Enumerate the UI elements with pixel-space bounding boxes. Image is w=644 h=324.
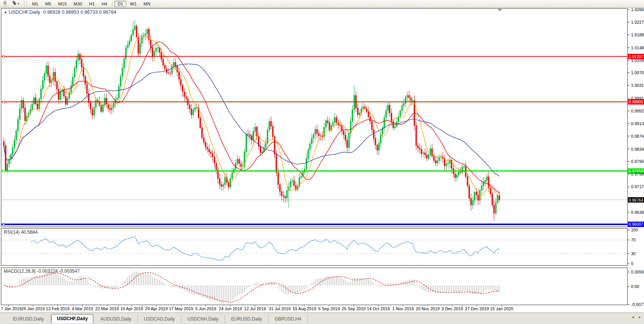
mt4-window: T ▾ M1M5M15M30H1H4D1W1MN 1.012070.998000… xyxy=(0,0,644,324)
y-axis-tick-label: 0.97170 xyxy=(631,184,644,189)
y-axis-tick-label: 0.96380 xyxy=(631,210,644,215)
hline-0.96007[interactable]: 0.96007 xyxy=(2,221,644,227)
candle-wicks-bull xyxy=(7,20,497,215)
diamond-cursor-icon xyxy=(11,1,17,7)
toolbar-separator xyxy=(112,1,112,7)
y-axis-tick-label: 0.98740 xyxy=(631,134,644,138)
y-axis-tick-label: 1.01090 xyxy=(631,58,644,63)
rsi-axis-tick-label: 30 xyxy=(631,251,636,256)
tab-scroll-left-icon[interactable]: ◄ xyxy=(631,315,634,319)
x-axis-date-label: 12 Jul 2019 xyxy=(244,306,266,311)
chart-canvas[interactable]: 1.012070.998000.976580.960070.967641.026… xyxy=(0,0,644,324)
svg-text:0.96007: 0.96007 xyxy=(629,222,643,226)
x-axis-date-label: 6 Sep 2019 xyxy=(318,306,340,311)
toolbar: T ▾ M1M5M15M30H1H4D1W1MN xyxy=(0,0,644,8)
svg-text:0.96764: 0.96764 xyxy=(629,198,643,202)
tab-usdcnh-daily[interactable]: USDCNH,Daily xyxy=(181,315,225,324)
tab-scroll-right-icon[interactable]: ► xyxy=(638,315,642,319)
timeframe-button-group: M1M5M15M30H1H4D1W1MN xyxy=(29,1,154,7)
timeframe-button-h4[interactable]: H4 xyxy=(98,1,110,7)
x-axis-date-label: 7 Jan 2019 xyxy=(1,306,21,311)
y-axis-tick-label: 0.97950 xyxy=(631,159,644,164)
timeframe-button-m15[interactable]: M15 xyxy=(55,1,70,7)
x-axis-date-label: 19 Aug 2019 xyxy=(293,306,316,311)
tab-scroll-buttons: ◄ ► xyxy=(631,315,642,319)
text-tool-icon: T xyxy=(3,1,7,7)
timeframe-button-m1[interactable]: M1 xyxy=(29,1,41,7)
y-axis-tick-label: 1.00310 xyxy=(631,83,644,88)
y-axis-tick-label: 0.97560 xyxy=(631,172,644,176)
rsi-label: RSI(14) 40.5684 xyxy=(4,230,37,235)
tab-gbpusd-h4[interactable]: GBPUSD,H4 xyxy=(269,315,308,324)
hline-1.01207[interactable]: 1.01207 xyxy=(2,54,644,59)
chart-symbol-label: USDCHF,Daily xyxy=(9,10,40,15)
x-axis-date-label: 9 Dec 2019 xyxy=(442,306,463,311)
timeframe-button-h1[interactable]: H1 xyxy=(86,1,98,7)
x-axis-date-label: 25 Sep 2019 xyxy=(342,306,365,311)
tab-usdchf-daily[interactable]: USDCHF,Daily xyxy=(51,314,94,324)
x-axis-date-label: 20 Nov 2019 xyxy=(416,306,440,311)
macd-axis-tick-label: 0.00 xyxy=(631,284,639,289)
y-axis-tick-label: 0.99520 xyxy=(631,109,644,113)
y-axis-tick-label: 1.00700 xyxy=(631,70,644,75)
autoscroll-marker-icon[interactable] xyxy=(497,9,502,11)
rsi-line xyxy=(30,237,499,260)
x-axis-date-label: 5 Jun 2019 xyxy=(195,306,216,311)
chart-title: ▼USDCHF,Daily0.96928 0.96953 0.96733 0.9… xyxy=(4,10,116,15)
x-axis-date-label: 1 Nov 2019 xyxy=(392,306,414,311)
y-axis-tick-label: 0.99130 xyxy=(631,121,644,126)
y-axis-tick-label: 1.02270 xyxy=(631,20,644,24)
x-axis-date-label: 27 Dec 2019 xyxy=(465,306,489,311)
macd-axis-tick-label: -0.007737 xyxy=(631,302,644,307)
x-axis-date-label: 22 Mar 2019 xyxy=(95,306,119,311)
hline-0.97658[interactable]: 0.97658 xyxy=(2,168,644,174)
timeframe-button-w1[interactable]: W1 xyxy=(127,1,140,7)
rsi-axis-tick-label: 70 xyxy=(631,238,636,242)
x-axis-date-label: 25 Jan 2019 xyxy=(21,306,45,311)
chevron-down-icon: ▾ xyxy=(18,2,19,5)
timeframe-button-m30[interactable]: M30 xyxy=(70,1,85,7)
y-axis-tick-label: 1.01880 xyxy=(631,33,644,37)
x-axis-date-label: 29 Apr 2019 xyxy=(145,306,168,311)
macd-histogram xyxy=(4,271,499,303)
x-axis-date-label: 24 Jun 2019 xyxy=(219,306,242,311)
x-axis-date-label: 10 Apr 2019 xyxy=(121,306,143,311)
y-axis-tick-label: 0.98340 xyxy=(631,147,644,151)
current-price-label: 0.96764 xyxy=(628,197,644,203)
x-axis-date-label: 15 Jan 2020 xyxy=(490,306,514,311)
main-panel-border xyxy=(1,8,628,227)
macd-label: MACD(12,26,9) -0.003224 -0.003547 xyxy=(4,269,80,274)
chart-tab-bar: EURUSD,DailyUSDCHF,DailyAUDUSD,DailyUSDC… xyxy=(0,313,644,324)
tab-eurusd-daily[interactable]: EURUSD,Daily xyxy=(225,315,269,324)
x-axis-date-label: 14 Oct 2019 xyxy=(367,306,390,311)
tab-usdcad-daily[interactable]: USDCAD,Daily xyxy=(138,315,181,324)
tab-audusd-daily[interactable]: AUDUSD,Daily xyxy=(94,315,138,324)
x-axis-date-label: 13 Feb 2019 xyxy=(46,306,70,311)
y-axis-tick-label: 0.99910 xyxy=(631,96,644,101)
macd-panel-border xyxy=(1,268,628,305)
x-axis-date-label: 4 Mar 2019 xyxy=(72,306,93,311)
hline-0.99800[interactable]: 0.99800 xyxy=(2,99,644,104)
timeframe-button-d1[interactable]: D1 xyxy=(114,1,126,7)
timeframe-button-mn[interactable]: MN xyxy=(140,1,153,7)
rsi-axis-tick-label: 100 xyxy=(631,228,638,232)
rsi-axis-tick-label: 0 xyxy=(631,261,633,266)
chart-tabs: EURUSD,DailyUSDCHF,DailyAUDUSD,DailyUSDC… xyxy=(0,313,308,324)
y-axis-tick-label: 1.02660 xyxy=(631,7,644,12)
toolbar-grip[interactable] xyxy=(24,1,27,7)
timeframe-button-m5[interactable]: M5 xyxy=(42,1,54,7)
chart-ohlc-values: 0.96928 0.96953 0.96733 0.96764 xyxy=(43,10,116,15)
x-axis-date-label: 31 Jul 2019 xyxy=(269,306,291,311)
cursor-style-button[interactable]: ▾ xyxy=(9,1,21,7)
tab-eurusd-daily[interactable]: EURUSD,Daily xyxy=(7,315,51,324)
rsi-panel-border xyxy=(1,228,628,265)
x-axis-date-label: 17 May 2019 xyxy=(169,306,193,311)
macd-axis-tick-label: 0.005986 xyxy=(631,270,644,274)
collapse-triangle-icon[interactable]: ▼ xyxy=(4,11,7,15)
y-axis-tick-label: 1.01480 xyxy=(631,46,644,50)
text-tool-button[interactable]: T xyxy=(2,1,8,7)
